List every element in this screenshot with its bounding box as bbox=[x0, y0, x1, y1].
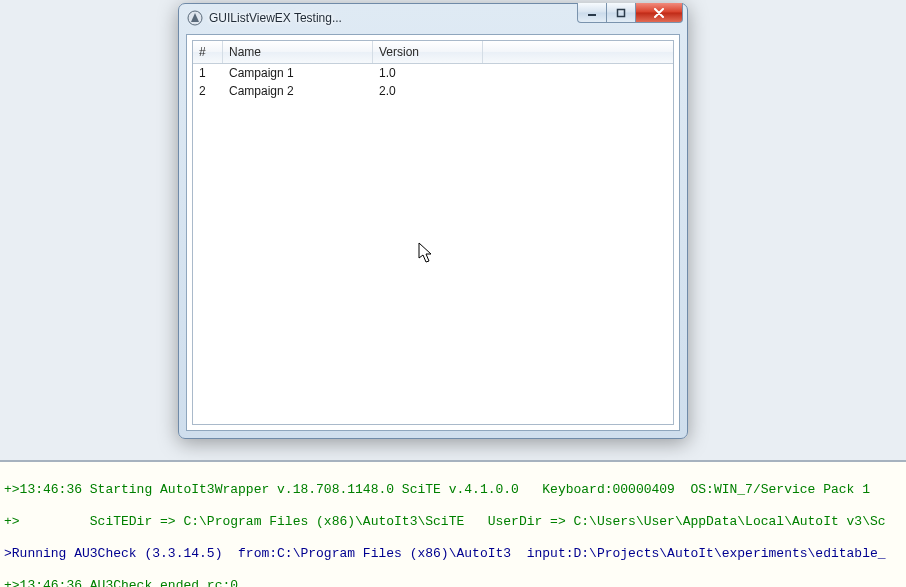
cell-num: 2 bbox=[193, 84, 223, 98]
table-row[interactable]: 2 Campaign 2 2.0 bbox=[193, 82, 673, 100]
app-window[interactable]: GUIListViewEX Testing... # Name Version bbox=[178, 3, 688, 439]
maximize-button[interactable] bbox=[606, 3, 636, 23]
column-header-num[interactable]: # bbox=[193, 41, 223, 63]
listview-header[interactable]: # Name Version bbox=[193, 41, 673, 64]
app-icon bbox=[187, 10, 203, 26]
svg-rect-2 bbox=[618, 9, 625, 16]
column-header-name[interactable]: Name bbox=[223, 41, 373, 63]
cell-name: Campaign 1 bbox=[223, 66, 373, 80]
console-line: >Running AU3Check (3.3.14.5) from:C:\Pro… bbox=[4, 546, 902, 562]
column-header-version[interactable]: Version bbox=[373, 41, 483, 63]
listview[interactable]: # Name Version 1 Campaign 1 1.0 2 Campai… bbox=[192, 40, 674, 425]
cell-version: 2.0 bbox=[373, 84, 483, 98]
window-title: GUIListViewEX Testing... bbox=[209, 11, 342, 25]
column-header-empty[interactable] bbox=[483, 41, 673, 63]
cell-name: Campaign 2 bbox=[223, 84, 373, 98]
titlebar[interactable]: GUIListViewEX Testing... bbox=[179, 4, 687, 32]
client-area: # Name Version 1 Campaign 1 1.0 2 Campai… bbox=[186, 34, 680, 431]
table-row[interactable]: 1 Campaign 1 1.0 bbox=[193, 64, 673, 82]
window-controls bbox=[578, 3, 683, 23]
cell-version: 1.0 bbox=[373, 66, 483, 80]
console-line: +>13:46:36 Starting AutoIt3Wrapper v.18.… bbox=[4, 482, 902, 498]
console-line: +>13:46:36 AU3Check ended.rc:0 bbox=[4, 578, 902, 587]
svg-rect-1 bbox=[588, 14, 596, 16]
console-line: +> SciTEDir => C:\Program Files (x86)\Au… bbox=[4, 514, 902, 530]
minimize-button[interactable] bbox=[577, 3, 607, 23]
scite-output-pane[interactable]: +>13:46:36 Starting AutoIt3Wrapper v.18.… bbox=[0, 460, 906, 587]
cell-num: 1 bbox=[193, 66, 223, 80]
close-button[interactable] bbox=[635, 3, 683, 23]
